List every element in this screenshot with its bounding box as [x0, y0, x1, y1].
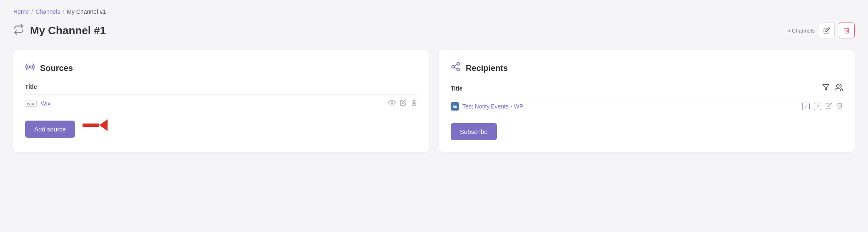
- recipient-row-left: вк Test Notify.Events - WP: [451, 102, 802, 111]
- recipients-card: Recipients Title: [439, 50, 855, 152]
- vk-icon: вк: [451, 102, 459, 111]
- arrow-tail: [83, 124, 99, 127]
- recipient-row: вк Test Notify.Events - WP: [451, 98, 843, 115]
- filter-checkbox[interactable]: [802, 103, 810, 110]
- svg-point-1: [391, 102, 393, 104]
- delete-source-icon[interactable]: [411, 99, 417, 108]
- page-header: My Channel #1 « Channels: [13, 23, 855, 38]
- source-row: wix Wix: [25, 94, 417, 112]
- recipients-card-title: Recipients: [466, 63, 508, 73]
- delete-button[interactable]: [839, 23, 855, 38]
- recipients-card-header: Recipients: [451, 62, 843, 74]
- svg-point-0: [29, 66, 31, 68]
- subscribe-button[interactable]: Subscribe: [451, 123, 497, 140]
- sources-col-title: Title: [25, 83, 417, 90]
- edit-source-icon[interactable]: [400, 99, 406, 108]
- sources-card-header: Sources: [25, 62, 417, 74]
- breadcrumb-sep-2: /: [63, 8, 64, 15]
- source-name-link[interactable]: Wix: [41, 100, 50, 107]
- channel-icon: [13, 24, 24, 37]
- view-source-icon[interactable]: [388, 99, 396, 108]
- add-source-button[interactable]: Add source: [25, 121, 75, 138]
- source-row-actions: [388, 99, 417, 108]
- svg-line-5: [454, 68, 457, 69]
- header-actions: « Channels: [787, 23, 855, 38]
- recipients-table-header: Title: [451, 83, 843, 93]
- breadcrumb: Home / Channels / My Channel #1: [13, 8, 855, 15]
- sources-table-header: Title: [25, 83, 417, 90]
- sources-icon: [25, 62, 35, 74]
- page-title-wrap: My Channel #1: [13, 24, 106, 37]
- breadcrumb-current-page: My Channel #1: [67, 8, 106, 15]
- recipients-col-actions: [822, 83, 843, 93]
- page-title: My Channel #1: [30, 24, 106, 37]
- source-row-left: wix Wix: [25, 100, 388, 107]
- users-checkbox[interactable]: [814, 103, 821, 110]
- recipients-icon: [451, 62, 461, 74]
- arrow-indicator: [83, 119, 108, 131]
- svg-line-6: [454, 65, 457, 66]
- filter-icon[interactable]: [822, 83, 830, 93]
- edit-recipient-icon[interactable]: [825, 102, 832, 111]
- svg-point-8: [836, 85, 839, 88]
- recipient-row-actions: [802, 102, 843, 111]
- edit-button[interactable]: [819, 23, 835, 38]
- breadcrumb-home[interactable]: Home: [13, 8, 29, 15]
- sources-card: Sources Title wix Wix: [13, 50, 429, 152]
- back-channels-link[interactable]: « Channels: [787, 28, 815, 34]
- breadcrumb-channels-link[interactable]: Channels: [35, 8, 60, 15]
- source-tag: wix: [25, 101, 37, 107]
- delete-recipient-icon[interactable]: [836, 102, 843, 111]
- recipient-name-link[interactable]: Test Notify.Events - WP: [462, 103, 523, 110]
- users-icon[interactable]: [835, 83, 843, 93]
- recipients-col-title: Title: [451, 85, 822, 92]
- sources-card-title: Sources: [40, 63, 73, 73]
- breadcrumb-sep-1: /: [31, 8, 33, 15]
- svg-marker-7: [823, 84, 829, 90]
- cards-row: Sources Title wix Wix: [13, 50, 855, 152]
- arrow-head: [99, 119, 108, 131]
